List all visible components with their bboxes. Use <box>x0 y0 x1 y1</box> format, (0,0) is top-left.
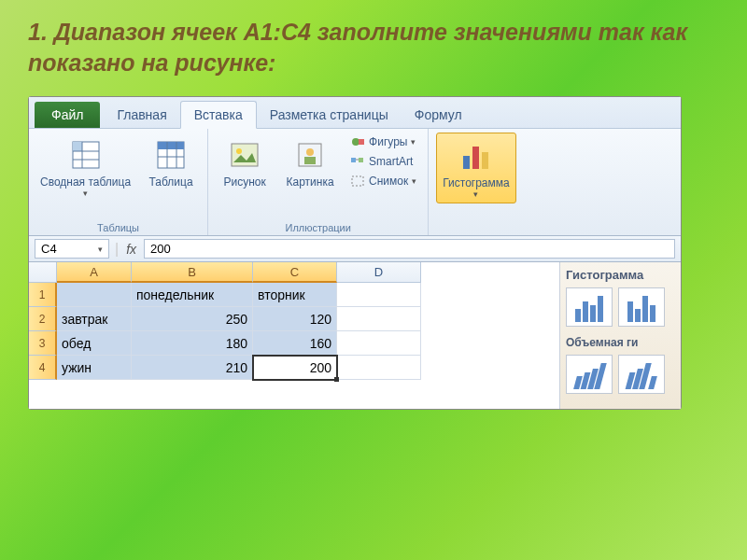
hist-3d-title: Объемная ги <box>566 336 675 349</box>
hist-3d-option-2[interactable] <box>618 355 665 394</box>
pivot-table-icon <box>67 136 105 174</box>
cell-D3[interactable] <box>337 331 421 356</box>
svg-rect-14 <box>304 157 316 164</box>
clipart-icon <box>291 136 329 174</box>
hist-panel-title: Гистограмма <box>566 268 675 282</box>
file-tab[interactable]: Файл <box>35 102 100 128</box>
name-box[interactable]: C4 ▾ <box>35 239 109 259</box>
svg-point-11 <box>236 148 242 154</box>
tab-page-layout[interactable]: Разметка страницы <box>257 102 402 128</box>
fx-label[interactable]: fx <box>126 242 136 257</box>
table-label: Таблица <box>149 175 193 189</box>
chevron-down-icon: ▾ <box>412 176 416 186</box>
cell-B2[interactable]: 250 <box>132 307 253 331</box>
picture-label: Рисунок <box>223 175 265 189</box>
cell-C4[interactable]: 200 <box>253 356 337 380</box>
table-button[interactable]: Таблица <box>142 133 200 202</box>
svg-rect-22 <box>482 152 488 169</box>
cell-C2[interactable]: 120 <box>253 307 337 331</box>
ribbon-group-charts: Гистограмма ▾ <box>429 129 523 235</box>
chevron-down-icon: ▾ <box>473 189 478 199</box>
histogram-dropdown-panel: Гистограмма Объемная ги <box>559 262 681 409</box>
cell-C3[interactable]: 160 <box>253 331 337 356</box>
col-header-A[interactable]: A <box>57 262 132 283</box>
name-box-value: C4 <box>41 242 57 256</box>
cell-D4[interactable] <box>337 356 421 380</box>
cell-B1[interactable]: понедельник <box>132 283 253 307</box>
col-header-D[interactable]: D <box>337 262 421 283</box>
row-header-2[interactable]: 2 <box>29 307 57 331</box>
histogram-label: Гистограмма <box>443 176 509 189</box>
clipart-button[interactable]: Картинка <box>281 133 339 192</box>
col-header-C[interactable]: C <box>253 262 337 283</box>
hist-2d-option-2[interactable] <box>618 287 665 327</box>
shapes-button[interactable]: Фигуры ▾ <box>346 133 420 151</box>
slide-title: 1. Диапазон ячеек А1:С4 заполните значен… <box>0 0 747 89</box>
svg-rect-6 <box>158 142 184 149</box>
cell-D2[interactable] <box>337 307 421 331</box>
hist-3d-option-1[interactable] <box>566 355 613 394</box>
histogram-button[interactable]: Гистограмма ▾ <box>436 133 515 203</box>
shapes-label: Фигуры <box>369 135 407 148</box>
ribbon-group-tables: Сводная таблица ▾ Таблица Таблицы <box>29 129 208 235</box>
tab-insert[interactable]: Вставка <box>180 101 257 129</box>
ribbon-tabs: Файл Главная Вставка Разметка страницы Ф… <box>29 97 681 129</box>
pivot-table-label: Сводная таблица <box>40 175 131 189</box>
select-all-corner[interactable] <box>29 262 57 283</box>
screenshot-label: Снимок <box>369 175 408 188</box>
ribbon-group-illustrations: Рисунок Картинка Фигуры ▾ <box>208 129 429 235</box>
cell-D1[interactable] <box>337 283 421 307</box>
chevron-down-icon: ▾ <box>411 137 416 147</box>
cell-A1[interactable] <box>57 283 132 307</box>
excel-window: Файл Главная Вставка Разметка страницы Ф… <box>28 96 682 410</box>
shapes-icon <box>350 134 365 149</box>
col-header-B[interactable]: B <box>132 262 253 283</box>
formula-bar: C4 ▾ | fx 200 <box>29 236 681 262</box>
screenshot-button[interactable]: Снимок ▾ <box>346 172 420 190</box>
formula-input[interactable]: 200 <box>144 239 675 259</box>
table-icon <box>152 136 190 174</box>
cell-C1[interactable]: вторник <box>253 283 337 307</box>
row-header-3[interactable]: 3 <box>29 331 57 356</box>
svg-rect-19 <box>352 176 363 186</box>
picture-icon <box>226 136 263 174</box>
row-header-4[interactable]: 4 <box>29 356 57 380</box>
group-illustrations-label: Иллюстрации <box>285 222 350 233</box>
cell-B3[interactable]: 180 <box>132 331 253 356</box>
smartart-label: SmartArt <box>369 155 413 168</box>
clipart-label: Картинка <box>287 175 334 189</box>
hist-2d-option-1[interactable] <box>566 287 613 327</box>
chevron-down-icon: ▾ <box>83 189 88 198</box>
pivot-table-button[interactable]: Сводная таблица ▾ <box>36 133 134 202</box>
svg-rect-20 <box>463 156 470 169</box>
sheet-area: A B C D 1 понедельник вторник 2 завтрак … <box>29 262 681 409</box>
svg-point-13 <box>306 148 314 156</box>
smartart-button[interactable]: SmartArt <box>346 152 420 171</box>
picture-button[interactable]: Рисунок <box>216 133 274 192</box>
histogram-icon <box>458 137 495 175</box>
svg-rect-10 <box>232 144 258 166</box>
cell-A3[interactable]: обед <box>57 331 132 356</box>
smartart-icon <box>350 154 365 169</box>
cell-A2[interactable]: завтрак <box>57 307 132 331</box>
svg-rect-18 <box>359 158 363 162</box>
svg-rect-1 <box>73 142 82 151</box>
svg-point-15 <box>352 138 359 146</box>
tab-home[interactable]: Главная <box>104 102 179 128</box>
svg-rect-21 <box>472 147 479 169</box>
chevron-down-icon[interactable]: ▾ <box>98 245 103 254</box>
svg-rect-16 <box>359 139 364 145</box>
cell-B4[interactable]: 210 <box>132 356 253 380</box>
screenshot-icon <box>350 174 365 189</box>
row-header-1[interactable]: 1 <box>29 283 57 307</box>
cell-A4[interactable]: ужин <box>57 356 132 380</box>
svg-rect-17 <box>351 158 356 162</box>
ribbon-body: Сводная таблица ▾ Таблица Таблицы <box>29 129 681 236</box>
group-tables-label: Таблицы <box>97 222 139 233</box>
grid: A B C D 1 понедельник вторник 2 завтрак … <box>29 262 559 409</box>
tab-formulas[interactable]: Формул <box>402 102 475 128</box>
